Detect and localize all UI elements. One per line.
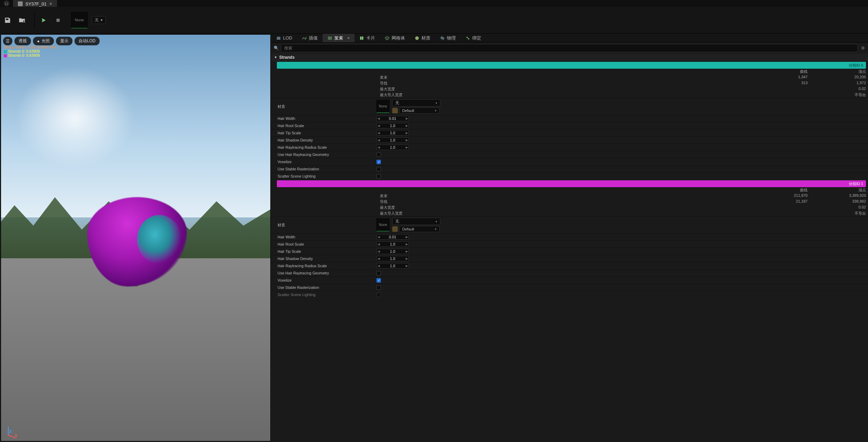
collapse-icon: ▼ (274, 56, 277, 59)
col-curves: 曲线 (380, 188, 818, 193)
svg-point-8 (441, 36, 444, 40)
svg-point-6 (442, 37, 443, 39)
hair-width-input[interactable]: ◀0.01▶ (376, 234, 409, 240)
hair-rt-radius-input[interactable]: ◀1.0▶ (376, 145, 409, 150)
hair-width-label: Hair Width (277, 116, 376, 121)
tab-strands[interactable]: 发束× (323, 34, 355, 42)
category-strands[interactable]: ▼ Strands (271, 54, 868, 61)
tab-cards[interactable]: 卡片 (354, 34, 380, 42)
tab-lod[interactable]: LOD (271, 34, 297, 42)
hair-rt-radius-label: Hair Raytracing Radius Scale (277, 264, 376, 268)
interp-icon (302, 36, 307, 41)
viewport-menu-button[interactable]: ☰ (3, 37, 12, 45)
use-stable-raster-checkbox[interactable] (376, 167, 381, 171)
viewport-perspective-button[interactable]: 透视 (14, 37, 31, 45)
viewport-show-button[interactable]: 显示 (56, 37, 72, 45)
material-asset-dropdown[interactable]: 无▾ (392, 218, 440, 225)
hair-root-scale-input[interactable]: ◀1.0▶ (376, 241, 409, 247)
group-1-header: 分组ID 1 (277, 180, 866, 187)
use-hair-rt-geom-checkbox[interactable] (376, 271, 381, 275)
hair-root-scale-label: Hair Root Scale (277, 124, 376, 128)
save-button[interactable] (2, 15, 13, 26)
scatter-scene-lighting-checkbox[interactable] (376, 174, 381, 179)
use-stable-raster-checkbox[interactable] (376, 285, 381, 290)
ue-logo[interactable] (0, 0, 13, 7)
lod-icon (276, 36, 281, 41)
use-hair-rt-geom-label: Use Hair Raytracing Geometry (277, 271, 376, 275)
browse-button[interactable] (16, 15, 27, 26)
cards-icon (359, 36, 364, 41)
search-input[interactable] (281, 44, 858, 52)
browse-folder-icon[interactable] (392, 226, 398, 232)
material-icon (415, 36, 419, 41)
material-thumbnail[interactable]: None (376, 100, 390, 113)
thumbnail-label: None (75, 18, 84, 22)
col-curves: 曲线 (380, 69, 818, 74)
viewport[interactable]: ☰ 透视 ●光照 显示 自动LOD Group Geom. LOD Screen… (1, 34, 271, 441)
hair-rt-radius-label: Hair Raytracing Radius Scale (277, 145, 376, 149)
use-stable-raster-label: Use Stable Rasterization (277, 285, 376, 290)
stop-button[interactable] (53, 15, 64, 26)
group-0-header: 分组ID 0 (277, 62, 866, 69)
play-button[interactable] (38, 15, 49, 26)
chevron-down-icon: ▾ (435, 109, 437, 112)
close-icon[interactable]: × (49, 1, 52, 7)
voxelize-checkbox[interactable] (376, 160, 381, 164)
tab-interp[interactable]: 插值 (297, 34, 323, 42)
material-asset-dropdown[interactable]: 无▾ (392, 99, 440, 106)
hair-tip-scale-input[interactable]: ◀1.0▶ (376, 249, 409, 254)
scatter-scene-lighting-checkbox[interactable] (376, 293, 381, 297)
hair-asset-preview (87, 197, 187, 286)
hair-root-scale-input[interactable]: ◀1.0▶ (376, 123, 409, 128)
material-label: 材质 (277, 223, 376, 228)
material-slot-dropdown[interactable]: Default▾ (399, 226, 440, 232)
hair-width-input[interactable]: ◀0.01▶ (376, 116, 409, 121)
browse-folder-icon[interactable] (392, 108, 398, 113)
bulb-icon: ● (37, 39, 40, 44)
svg-rect-4 (362, 36, 363, 39)
hair-tip-scale-input[interactable]: ◀1.0▶ (376, 130, 409, 136)
viewport-lighting-button[interactable]: ●光照 (33, 37, 54, 45)
scatter-scene-lighting-label: Scatter Scene Lighting (277, 174, 376, 178)
col-verts: 顶点 (818, 188, 866, 193)
mesh-icon (385, 36, 390, 41)
hair-rt-radius-input[interactable]: ◀1.0▶ (376, 263, 409, 269)
material-slot-dropdown[interactable]: Default▾ (399, 107, 440, 114)
asset-tab[interactable]: SY37F_01 × (13, 0, 57, 7)
scatter-scene-lighting-label: Scatter Scene Lighting (277, 293, 376, 297)
mode-dropdown-label: 无 (95, 18, 99, 23)
svg-rect-2 (56, 19, 59, 22)
svg-rect-3 (360, 36, 362, 39)
voxelize-label: Voxelize (277, 160, 376, 164)
tab-physics[interactable]: 物理 (435, 34, 461, 42)
settings-icon[interactable]: ⚙ (860, 45, 866, 51)
chevron-down-icon: ▾ (436, 220, 437, 223)
voxelize-label: Voxelize (277, 278, 376, 282)
use-hair-rt-geom-checkbox[interactable] (376, 152, 381, 157)
tab-material[interactable]: 材质 (410, 34, 435, 42)
preview-thumbnail[interactable]: None (71, 12, 88, 29)
use-stable-raster-label: Use Stable Rasterization (277, 167, 376, 171)
asset-icon (18, 1, 23, 6)
hair-root-scale-label: Hair Root Scale (277, 242, 376, 246)
binding-icon (465, 36, 470, 41)
tab-meshes[interactable]: 网格体 (380, 34, 410, 42)
hair-shadow-density-label: Hair Shadow Density (277, 257, 376, 261)
hair-tip-scale-label: Hair Tip Scale (277, 131, 376, 135)
close-icon[interactable]: × (347, 35, 350, 41)
hair-shadow-density-label: Hair Shadow Density (277, 138, 376, 142)
physics-icon (440, 36, 445, 41)
col-verts: 顶点 (818, 69, 866, 74)
viewport-autolod-button[interactable]: 自动LOD (75, 37, 100, 45)
material-label: 材质 (277, 104, 376, 109)
voxelize-checkbox[interactable] (376, 278, 381, 283)
asset-tab-title: SY37F_01 (25, 1, 46, 7)
hair-shadow-density-input[interactable]: ◀1.0▶ (376, 256, 409, 261)
material-thumbnail[interactable]: None (376, 218, 390, 231)
tab-binding[interactable]: 绑定 (461, 34, 486, 42)
hair-width-label: Hair Width (277, 235, 376, 239)
mode-dropdown[interactable]: 无 ▾ (92, 16, 106, 24)
hair-shadow-density-input[interactable]: ◀1.0▶ (376, 137, 409, 143)
chevron-down-icon: ▾ (436, 101, 437, 105)
svg-point-0 (4, 1, 9, 6)
